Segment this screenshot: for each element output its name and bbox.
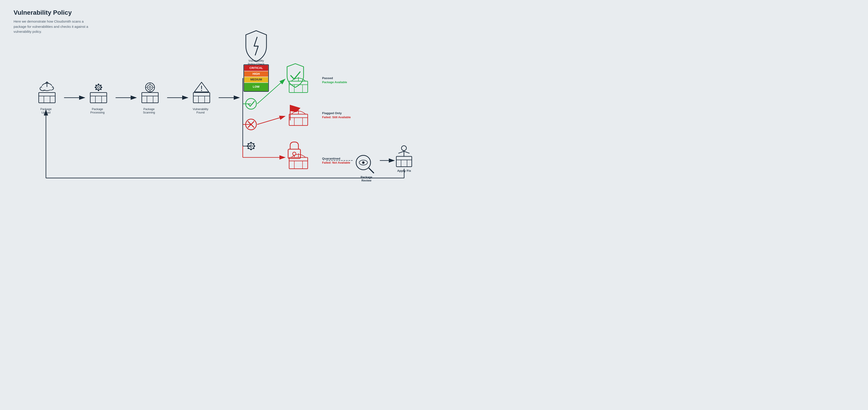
svg-rect-29 xyxy=(100,88,102,90)
svg-line-111 xyxy=(404,151,410,153)
svg-rect-94 xyxy=(289,157,308,168)
svg-rect-69 xyxy=(253,143,254,145)
policy-check-label2: Policy Check xyxy=(248,62,265,66)
svg-rect-105 xyxy=(396,156,412,167)
svg-rect-41 xyxy=(193,92,210,103)
package-processing-icon xyxy=(90,84,107,103)
svg-rect-30 xyxy=(142,92,158,103)
title-area: Vulnerability Policy Here we demonstrate… xyxy=(13,9,90,34)
svg-rect-67 xyxy=(253,146,255,147)
package-upload-icon xyxy=(39,82,55,103)
svg-point-109 xyxy=(401,146,406,151)
page-title: Vulnerability Policy xyxy=(13,9,90,16)
vuln-label2: Found xyxy=(196,111,205,114)
svg-rect-26 xyxy=(95,85,97,87)
svg-rect-16 xyxy=(90,92,107,103)
svg-point-21 xyxy=(97,86,99,88)
svg-rect-28 xyxy=(95,88,97,90)
svg-point-35 xyxy=(147,85,153,90)
svg-point-36 xyxy=(149,86,151,88)
passed-shield-icon xyxy=(287,64,304,88)
svg-rect-24 xyxy=(95,87,96,88)
svg-rect-71 xyxy=(253,147,254,149)
review-icon xyxy=(356,155,374,173)
svg-rect-25 xyxy=(101,87,102,88)
svg-point-47 xyxy=(201,90,202,91)
severity-levels: CRITICAL HIGH MEDIUM LOW xyxy=(244,65,269,92)
svg-line-110 xyxy=(398,151,404,153)
vuln-found-icon xyxy=(193,82,210,103)
flagged-title: Flagged Only xyxy=(322,112,342,115)
page-subtitle: Here we demonstrate how Cloudsmith scans… xyxy=(13,19,90,34)
package-scanning-icon xyxy=(142,83,158,103)
passed-subtitle: Package Available xyxy=(322,81,347,84)
svg-rect-23 xyxy=(98,90,99,91)
svg-text:CRITICAL: CRITICAL xyxy=(249,66,263,70)
processing-label: Package xyxy=(92,107,103,111)
quarantined-title: Quarantined xyxy=(322,157,340,160)
apply-fix-icon xyxy=(396,146,412,167)
svg-text:LOW: LOW xyxy=(253,85,260,88)
processing-label2: Processing xyxy=(90,111,105,114)
passed-book-icon xyxy=(289,77,308,92)
passed-title: Passed xyxy=(322,76,333,80)
svg-rect-68 xyxy=(247,143,249,145)
quarantined-subtitle: Failed: Not Available xyxy=(322,161,350,164)
svg-rect-86 xyxy=(289,114,308,125)
quarantined-book-icon xyxy=(289,153,308,168)
svg-rect-80 xyxy=(289,81,308,92)
policy-check-label: Vulnerability xyxy=(248,59,264,62)
policy-check-shield xyxy=(246,31,267,62)
flagged-book-icon xyxy=(289,110,308,125)
diagram-svg: Package Upload Package Processing xyxy=(13,9,421,196)
flagged-subtitle: Failed: Still Available xyxy=(322,116,351,119)
page: Vulnerability Policy Here we demonstrate… xyxy=(0,0,434,205)
svg-rect-70 xyxy=(247,147,249,149)
scanning-label2: Scanning xyxy=(143,111,155,114)
svg-rect-22 xyxy=(98,84,99,85)
svg-line-77 xyxy=(257,116,285,124)
svg-rect-65 xyxy=(250,149,252,150)
vuln-label: Vulnerability xyxy=(193,107,209,111)
svg-text:MEDIUM: MEDIUM xyxy=(250,78,262,81)
review-label2: Review xyxy=(362,179,371,182)
flagged-icon xyxy=(290,105,301,120)
scanning-label: Package xyxy=(143,107,155,111)
svg-text:HIGH: HIGH xyxy=(252,72,260,75)
svg-line-102 xyxy=(369,168,374,173)
svg-rect-64 xyxy=(250,142,252,144)
svg-rect-7 xyxy=(39,92,55,103)
svg-rect-27 xyxy=(100,85,102,87)
svg-point-104 xyxy=(362,161,365,164)
